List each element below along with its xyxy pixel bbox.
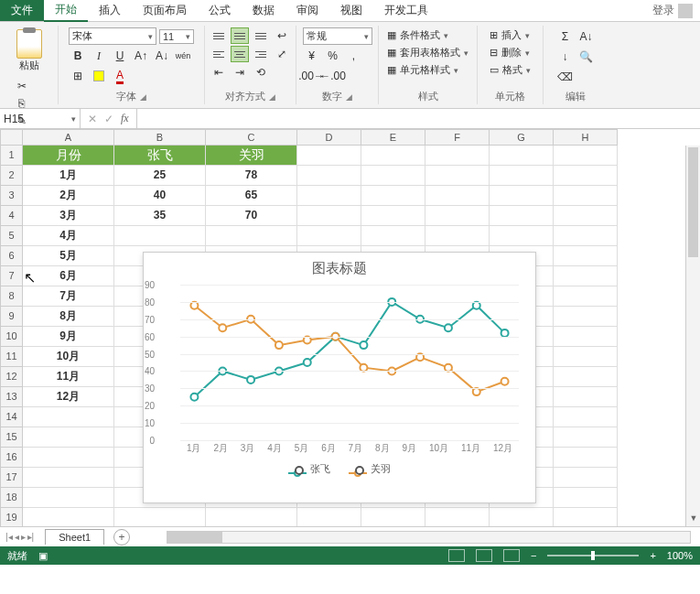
cell-A10[interactable]: 9月 xyxy=(23,327,114,347)
cell-G4[interactable] xyxy=(490,206,554,226)
chart[interactable]: 图表标题 0102030405060708090 1月2月3月4月5月6月7月8… xyxy=(143,252,536,503)
cell-H14[interactable] xyxy=(554,407,618,427)
wrap-text-button[interactable]: ↩ xyxy=(273,27,291,44)
row-header-6[interactable]: 6 xyxy=(0,246,23,266)
tab-home[interactable]: 开始 xyxy=(44,0,88,22)
sheet-tab[interactable]: Sheet1 xyxy=(45,529,104,545)
cell-D3[interactable] xyxy=(297,186,361,206)
cell-D5[interactable] xyxy=(297,226,361,246)
col-header-D[interactable]: D xyxy=(297,129,361,146)
col-header-A[interactable]: A xyxy=(23,129,114,146)
enter-formula-icon[interactable]: ✓ xyxy=(104,113,113,125)
cell-A17[interactable] xyxy=(23,468,114,488)
sheet-nav-last[interactable]: ▸| xyxy=(27,532,35,542)
cell-A2[interactable]: 1月 xyxy=(23,166,114,186)
row-header-9[interactable]: 9 xyxy=(0,307,23,327)
cell-A12[interactable]: 11月 xyxy=(23,367,114,387)
tab-data[interactable]: 数据 xyxy=(242,0,285,21)
cell-E1[interactable] xyxy=(361,146,425,166)
cell-A19[interactable] xyxy=(23,508,114,526)
cell-F19[interactable] xyxy=(425,508,490,526)
zoom-level[interactable]: 100% xyxy=(667,550,693,561)
cell-A1[interactable]: 月份 xyxy=(23,146,114,166)
cell-H7[interactable] xyxy=(554,266,618,286)
align-top-button[interactable] xyxy=(210,27,228,44)
cell-H13[interactable] xyxy=(554,387,618,407)
indent-dec-button[interactable]: ⇤ xyxy=(210,64,228,81)
cell-H15[interactable] xyxy=(554,427,618,448)
cell-A11[interactable]: 10月 xyxy=(23,347,114,367)
cell-A14[interactable] xyxy=(23,407,114,427)
macro-record-icon[interactable]: ▣ xyxy=(38,550,48,562)
row-header-1[interactable]: 1 xyxy=(0,146,23,166)
cut-icon[interactable]: ✂ xyxy=(15,79,29,93)
cell-F3[interactable] xyxy=(425,186,490,206)
cell-C4[interactable]: 70 xyxy=(206,206,297,226)
dec-decimal-button[interactable]: ←.00 xyxy=(324,67,342,85)
col-header-E[interactable]: E xyxy=(361,129,425,146)
cell-D2[interactable] xyxy=(297,166,361,186)
sheet-nav-next[interactable]: ▸ xyxy=(21,532,26,542)
phonetic-button[interactable]: wén xyxy=(174,47,192,65)
cell-H8[interactable] xyxy=(554,286,618,307)
zoom-slider[interactable] xyxy=(547,555,639,556)
scroll-thumb[interactable] xyxy=(688,147,698,257)
merge-button[interactable]: ⤢ xyxy=(273,46,291,62)
format-cells-button[interactable]: ▭格式▾ xyxy=(488,62,533,78)
cell-B19[interactable] xyxy=(114,508,206,526)
view-page-layout-button[interactable] xyxy=(476,549,492,562)
underline-button[interactable]: U xyxy=(111,47,129,65)
number-launcher[interactable]: ◢ xyxy=(346,92,352,102)
row-header-14[interactable]: 14 xyxy=(0,407,23,427)
clear-button[interactable]: ⌫ xyxy=(556,68,575,86)
cell-H10[interactable] xyxy=(554,327,618,347)
cell-C1[interactable]: 关羽 xyxy=(206,146,297,166)
cell-C19[interactable] xyxy=(206,508,297,526)
row-header-8[interactable]: 8 xyxy=(0,286,23,307)
align-left-button[interactable] xyxy=(210,46,228,62)
tab-formula[interactable]: 公式 xyxy=(198,0,242,21)
cell-H17[interactable] xyxy=(554,468,618,488)
align-bottom-button[interactable] xyxy=(252,27,270,44)
row-header-11[interactable]: 11 xyxy=(0,347,23,367)
cell-B2[interactable]: 25 xyxy=(114,166,206,186)
cell-A18[interactable] xyxy=(23,488,114,508)
zoom-in-button[interactable]: + xyxy=(650,550,655,561)
horizontal-scrollbar[interactable] xyxy=(167,531,691,544)
cell-F1[interactable] xyxy=(425,146,490,166)
cell-H9[interactable] xyxy=(554,307,618,327)
row-header-18[interactable]: 18 xyxy=(0,488,23,508)
font-color-button[interactable]: A xyxy=(111,67,129,85)
row-header-10[interactable]: 10 xyxy=(0,327,23,347)
table-format-button[interactable]: ▦套用表格格式▾ xyxy=(385,45,470,60)
row-header-13[interactable]: 13 xyxy=(0,387,23,407)
cell-A7[interactable]: 6月 xyxy=(23,266,114,286)
cell-H2[interactable] xyxy=(554,166,618,186)
cell-F4[interactable] xyxy=(425,206,490,226)
row-header-16[interactable]: 16 xyxy=(0,448,23,468)
cell-A4[interactable]: 3月 xyxy=(23,206,114,226)
col-header-B[interactable]: B xyxy=(114,129,206,146)
cell-H1[interactable] xyxy=(554,146,618,166)
fill-color-button[interactable] xyxy=(90,67,108,85)
cell-G3[interactable] xyxy=(490,186,554,206)
cell-A16[interactable] xyxy=(23,448,114,468)
bold-button[interactable]: B xyxy=(69,47,87,65)
cell-E2[interactable] xyxy=(361,166,425,186)
conditional-format-button[interactable]: ▦条件格式▾ xyxy=(385,27,470,43)
cell-H18[interactable] xyxy=(554,488,618,508)
percent-button[interactable]: % xyxy=(324,47,342,65)
legend-item[interactable]: 张飞 xyxy=(288,462,330,476)
cancel-formula-icon[interactable]: ✕ xyxy=(88,113,97,125)
cell-B1[interactable]: 张飞 xyxy=(114,146,206,166)
inc-decimal-button[interactable]: .00→ xyxy=(303,67,321,85)
paste-button[interactable]: 粘贴 xyxy=(15,27,44,74)
row-header-5[interactable]: 5 xyxy=(0,226,23,246)
row-header-7[interactable]: 7 xyxy=(0,266,23,286)
tab-layout[interactable]: 页面布局 xyxy=(132,0,198,21)
delete-cells-button[interactable]: ⊟删除▾ xyxy=(488,45,533,60)
cell-E5[interactable] xyxy=(361,226,425,246)
cell-C3[interactable]: 65 xyxy=(206,186,297,206)
orientation-button[interactable]: ⟲ xyxy=(252,64,270,81)
tab-review[interactable]: 审阅 xyxy=(285,0,329,21)
